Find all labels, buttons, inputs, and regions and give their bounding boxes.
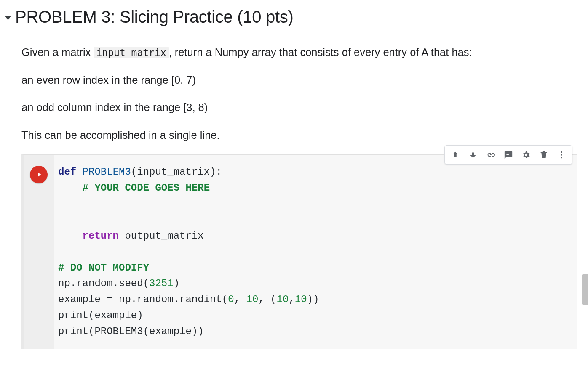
code-token: , [289, 294, 294, 305]
code-cell: def PROBLEM3(input_matrix): # YOUR CODE … [21, 154, 577, 349]
run-cell-button[interactable] [30, 166, 48, 183]
prose-p1-text-a: Given a matrix [21, 46, 94, 58]
settings-button[interactable] [517, 146, 535, 163]
move-cell-up-button[interactable] [446, 146, 464, 163]
link-cell-button[interactable] [482, 146, 500, 163]
inline-code-input-matrix: input_matrix [94, 47, 168, 58]
code-token: example = np.random.randint( [58, 294, 228, 305]
code-token: # YOUR CODE GOES HERE [83, 182, 210, 194]
code-token: return [83, 230, 119, 242]
prose-p4: This can be accomplished in a single lin… [21, 127, 552, 144]
code-token: 10 [295, 294, 307, 305]
code-token: output_matrix [119, 230, 204, 242]
code-token: 10 [246, 294, 258, 305]
kebab-icon [557, 150, 566, 159]
code-token: 0 [228, 294, 234, 305]
code-token: PROBLEM3 [76, 166, 131, 178]
prose-p1-text-b: , return a Numpy array that consists of … [169, 46, 472, 58]
code-token: def [58, 166, 76, 178]
code-token: 3251 [149, 278, 174, 289]
code-token: # DO NOT MODIFY [58, 262, 149, 273]
trash-icon [539, 150, 548, 159]
arrow-down-icon [468, 150, 478, 159]
code-token [58, 230, 83, 242]
code-token: print(PROBLEM3(example)) [58, 326, 204, 337]
code-token: 10 [277, 294, 289, 305]
cell-toolbar [444, 145, 572, 165]
gear-icon [521, 150, 531, 159]
collapse-caret-icon[interactable] [5, 16, 11, 20]
move-cell-down-button[interactable] [464, 146, 482, 163]
arrow-up-icon [451, 150, 460, 159]
code-token: (input_matrix): [131, 166, 222, 178]
cell-gutter [24, 155, 54, 349]
comment-button[interactable] [500, 146, 517, 163]
markdown-prose: Given a matrix input_matrix, return a Nu… [21, 44, 552, 143]
code-token: np.random.seed( [58, 278, 149, 289]
section-title: PROBLEM 3: Slicing Practice (10 pts) [15, 8, 294, 27]
code-token [58, 182, 83, 194]
code-editor[interactable]: def PROBLEM3(input_matrix): # YOUR CODE … [54, 155, 577, 349]
code-token: , [234, 294, 246, 305]
svg-point-0 [561, 151, 562, 153]
link-icon [486, 150, 495, 159]
heading-row: PROBLEM 3: Slicing Practice (10 pts) [5, 8, 588, 27]
svg-point-2 [561, 157, 562, 159]
code-token: , ( [258, 294, 276, 305]
code-token: print(example) [58, 310, 143, 321]
svg-point-1 [561, 154, 562, 156]
scrollbar-thumb[interactable] [582, 274, 588, 305]
play-icon [36, 171, 43, 178]
code-cell-wrapper: def PROBLEM3(input_matrix): # YOUR CODE … [21, 154, 577, 349]
prose-p2: an even row index in the range [0, 7) [21, 72, 552, 89]
prose-p3: an odd column index in the range [3, 8) [21, 99, 552, 116]
delete-cell-button[interactable] [535, 146, 553, 163]
more-actions-button[interactable] [553, 146, 570, 163]
notebook-section: PROBLEM 3: Slicing Practice (10 pts) Giv… [0, 0, 588, 349]
prose-p1: Given a matrix input_matrix, return a Nu… [21, 44, 552, 61]
code-token: ) [174, 278, 179, 289]
code-token: )) [307, 294, 319, 305]
comment-icon [504, 150, 513, 159]
